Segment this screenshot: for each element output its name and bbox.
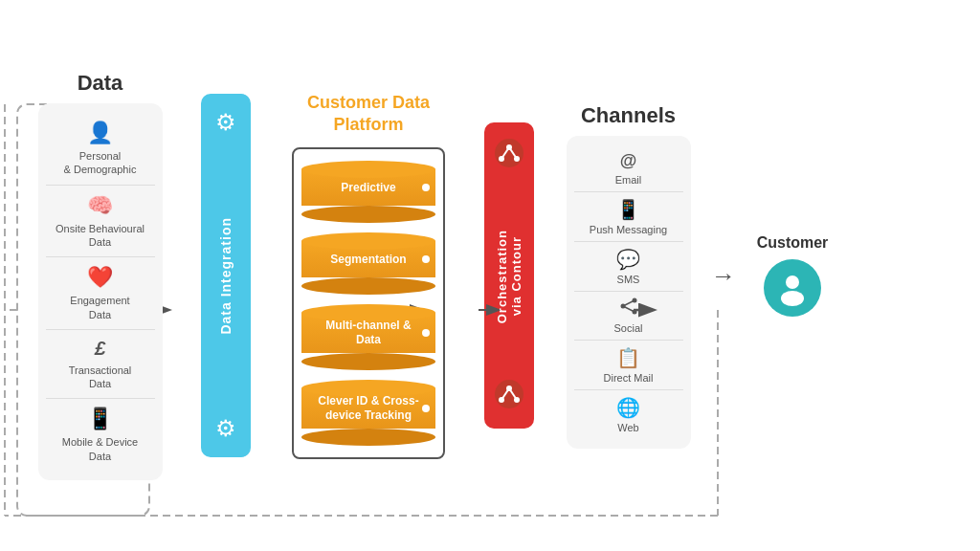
- email-icon: @: [620, 151, 637, 171]
- svg-point-14: [495, 139, 523, 167]
- gear-bottom-icon: ⚙: [215, 415, 236, 442]
- channel-sms: 💬 SMS: [574, 242, 683, 292]
- customer-avatar: [764, 259, 821, 317]
- cdp-title: Customer DataPlatform: [307, 92, 430, 137]
- data-item-behavioural-label: Onsite BehaviouralData: [56, 222, 145, 250]
- directmail-icon: 📋: [616, 346, 640, 369]
- cdp-column: Customer DataPlatform Predictive Segment…: [282, 92, 455, 460]
- customer-column: Customer: [749, 234, 835, 317]
- heart-icon: ❤️: [87, 265, 113, 290]
- orch-top-icon: [494, 138, 524, 175]
- orchestration-column: Orchestrationvia Contour: [478, 122, 540, 429]
- integration-column: ⚙ Data Integration ⚙: [192, 94, 259, 457]
- data-item-engagement-label: EngagementData: [70, 294, 129, 321]
- data-column: Data 👤 Personal& Demographic 🧠 Onsite Be…: [31, 71, 169, 480]
- arrow-to-customer: →: [711, 261, 736, 291]
- orch-bottom-icon: [494, 379, 524, 413]
- web-icon: 🌐: [616, 396, 640, 419]
- cylinder-segmentation: Segmentation: [301, 232, 435, 295]
- data-item-behavioural: 🧠 Onsite BehaviouralData: [46, 186, 155, 258]
- cyl-cleverid-label: Clever ID & Cross-device Tracking: [314, 386, 422, 431]
- cyl-segmentation-label: Segmentation: [326, 245, 410, 276]
- integration-label: Data Integration: [218, 217, 234, 335]
- cdp-box: Predictive Segmentation Multi-channel &D…: [292, 147, 445, 459]
- data-box: 👤 Personal& Demographic 🧠 Onsite Behavio…: [38, 103, 163, 480]
- channel-sms-label: SMS: [617, 274, 640, 285]
- cylinder-predictive: Predictive: [301, 161, 435, 223]
- channel-email: @ Email: [574, 145, 683, 192]
- cylinder-cleverid: Clever ID & Cross-device Tracking: [301, 380, 435, 446]
- channels-column: Channels @ Email 📱 Push Messaging 💬 SMS …: [559, 103, 698, 449]
- orchestration-label: Orchestrationvia Contour: [495, 230, 523, 323]
- svg-line-30: [623, 306, 635, 312]
- data-item-mobile: 📱 Mobile & DeviceData: [46, 399, 155, 471]
- brain-icon: 🧠: [87, 193, 113, 218]
- cylinder-multichannel: Multi-channel &Data: [301, 304, 435, 370]
- svg-line-29: [623, 300, 635, 306]
- person-icon: 👤: [87, 121, 113, 145]
- mobile-icon: 📱: [87, 407, 113, 431]
- data-title: Data: [78, 71, 123, 96]
- channel-email-label: Email: [615, 174, 642, 186]
- orchestration-bar: Orchestrationvia Contour: [484, 122, 534, 429]
- channels-title: Channels: [581, 103, 676, 128]
- cyl-predictive-label: Predictive: [337, 173, 399, 204]
- channel-web: 🌐 Web: [574, 390, 683, 439]
- data-item-personal-label: Personal& Demographic: [64, 149, 137, 177]
- social-icon: [619, 298, 638, 320]
- customer-title: Customer: [757, 234, 829, 252]
- data-item-transactional-label: TransactionalData: [69, 364, 132, 391]
- svg-point-31: [786, 276, 799, 289]
- channel-push-label: Push Messaging: [590, 224, 667, 235]
- svg-point-32: [781, 291, 804, 306]
- channel-web-label: Web: [617, 422, 638, 433]
- data-item-transactional: £ TransactionalData: [46, 330, 155, 400]
- cyl-multichannel-label: Multi-channel &Data: [322, 311, 414, 356]
- svg-point-20: [495, 380, 523, 408]
- pound-icon: £: [95, 338, 105, 360]
- data-item-mobile-label: Mobile & DeviceData: [62, 435, 138, 463]
- channel-directmail: 📋 Direct Mail: [574, 341, 683, 390]
- channel-social: Social: [574, 292, 683, 341]
- channel-social-label: Social: [614, 322, 643, 334]
- push-icon: 📱: [616, 198, 640, 221]
- channels-box: @ Email 📱 Push Messaging 💬 SMS Social 📋 …: [567, 136, 691, 449]
- channel-directmail-label: Direct Mail: [604, 372, 654, 384]
- channel-push: 📱 Push Messaging: [574, 192, 683, 242]
- gear-top-icon: ⚙: [215, 109, 236, 136]
- data-item-engagement: ❤️ EngagementData: [46, 257, 155, 330]
- integration-bar: ⚙ Data Integration ⚙: [201, 94, 251, 457]
- sms-icon: 💬: [616, 248, 640, 271]
- data-item-personal: 👤 Personal& Demographic: [46, 113, 155, 186]
